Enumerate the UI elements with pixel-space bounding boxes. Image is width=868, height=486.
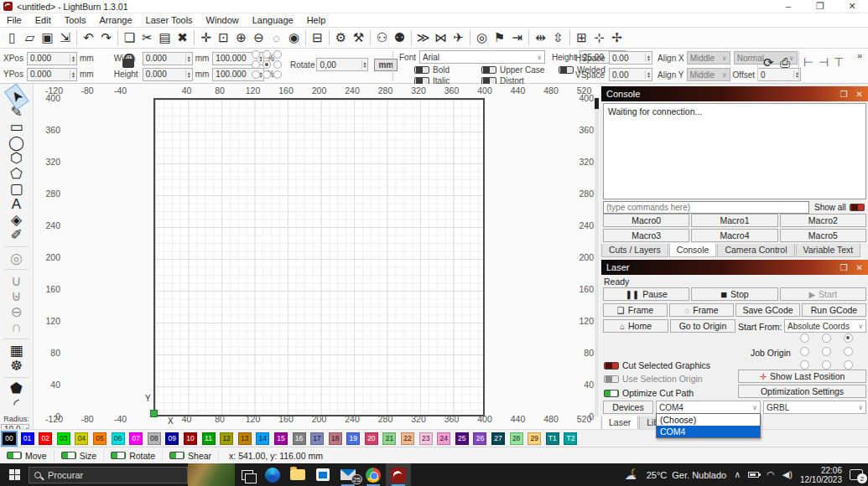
macro-button-1[interactable]: Macro1 xyxy=(691,214,777,227)
tab-variable-text[interactable]: Variable Text xyxy=(796,244,861,257)
volume-icon[interactable]: ◀) xyxy=(782,469,793,480)
palette-swatch-19[interactable]: 19 xyxy=(346,432,360,445)
tab-laser[interactable]: Laser xyxy=(601,416,638,430)
uppercase-toggle[interactable] xyxy=(481,66,496,74)
palette-swatch-20[interactable]: 20 xyxy=(365,432,378,445)
battery-icon[interactable] xyxy=(748,472,759,478)
rotate-toggle[interactable] xyxy=(111,452,126,459)
cut-icon[interactable]: ✂ xyxy=(138,29,156,47)
frame-square-button[interactable]: ❑Frame xyxy=(603,303,668,317)
rotate-field[interactable]: 0,00▲▼ xyxy=(316,58,368,71)
palette-swatch-07[interactable]: 07 xyxy=(129,432,143,445)
macro-button-0[interactable]: Macro0 xyxy=(603,214,689,227)
palette-swatch-05[interactable]: 05 xyxy=(93,432,107,445)
mirror-icon[interactable]: ⋈ xyxy=(432,29,450,47)
palette-swatch-26[interactable]: 26 xyxy=(473,432,486,445)
import-icon[interactable]: ⇲ xyxy=(56,29,74,47)
radius-corner-tool[interactable]: ◜ xyxy=(6,396,28,411)
palette-swatch-01[interactable]: 01 xyxy=(21,432,34,445)
console-command-input[interactable] xyxy=(603,201,809,214)
menu-edit[interactable]: Edit xyxy=(29,15,58,25)
save-gcode-button[interactable]: Save GCode xyxy=(735,303,800,317)
paste-icon[interactable]: ▤ xyxy=(156,29,174,47)
devices-button[interactable]: Devices xyxy=(603,401,653,414)
zoom-out-icon[interactable]: ⊖ xyxy=(250,29,268,47)
alignx-combo[interactable]: Middle∨ xyxy=(687,51,730,65)
store-app[interactable] xyxy=(310,463,335,486)
optimization-settings-button[interactable]: Optimization Settings xyxy=(738,385,866,398)
shear-toggle[interactable] xyxy=(169,452,185,459)
anchor-grid[interactable] xyxy=(252,50,284,80)
tab-cuts-layers[interactable]: Cuts / Layers xyxy=(601,244,668,257)
palette-swatch-02[interactable]: 02 xyxy=(39,432,52,445)
job-origin-grid[interactable] xyxy=(800,333,865,374)
aligny-combo[interactable]: Middle∨ xyxy=(687,68,730,81)
palette-swatch-09[interactable]: 09 xyxy=(165,432,179,445)
start-button[interactable]: ▶Start xyxy=(780,287,866,301)
macro-button-4[interactable]: Macro4 xyxy=(691,229,777,242)
menu-language[interactable]: Language xyxy=(246,15,300,25)
pause-button[interactable]: ❚❚Pause xyxy=(603,287,689,301)
palette-swatch-16[interactable]: 16 xyxy=(293,432,306,445)
frame-selection-icon[interactable]: ◌ xyxy=(268,29,285,47)
undo-icon[interactable]: ↶ xyxy=(80,29,97,47)
explorer-app[interactable] xyxy=(285,463,310,486)
preview-icon[interactable]: ⊟ xyxy=(309,29,326,47)
taskbar-search[interactable]: Procurar xyxy=(29,467,188,483)
settings-gear-icon[interactable]: ⚙ xyxy=(332,29,350,47)
palette-swatch-18[interactable]: 18 xyxy=(329,432,342,445)
move-to-icon[interactable]: ⇥ xyxy=(508,29,526,47)
firmware-combo[interactable]: GRBL∨ xyxy=(763,401,866,414)
mail-app[interactable]: 25 xyxy=(335,463,361,486)
plane-icon[interactable]: ✈ xyxy=(450,29,467,47)
palette-swatch-15[interactable]: 15 xyxy=(274,432,288,445)
optimize-cut-path-toggle[interactable] xyxy=(604,390,619,397)
menu-laser-tools[interactable]: Laser Tools xyxy=(139,15,200,25)
show-all-toggle[interactable] xyxy=(850,204,865,211)
port-option-choose[interactable]: (Choose) xyxy=(657,414,760,426)
palette-swatch-11[interactable]: 11 xyxy=(202,432,216,445)
cut-selected-toggle[interactable] xyxy=(604,362,619,370)
palette-swatch-27[interactable]: 27 xyxy=(491,432,505,445)
tray-chevron-icon[interactable]: ∧ xyxy=(734,469,741,480)
distribute-v-icon[interactable]: ⇳ xyxy=(549,29,567,47)
position-laser-tool[interactable]: ◈ xyxy=(6,212,28,227)
aspect-lock-icon[interactable] xyxy=(122,59,134,68)
edit-nodes-tool[interactable]: ▢ xyxy=(6,181,28,196)
notification-center-icon[interactable]: 2 xyxy=(850,469,863,480)
frame-circle-button[interactable]: ◌Frame xyxy=(669,303,734,317)
palette-swatch-28[interactable]: 28 xyxy=(510,432,523,445)
grid-array-tool[interactable]: ▦ xyxy=(6,343,28,358)
palette-swatch-12[interactable]: 12 xyxy=(220,432,233,445)
zoom-window-icon[interactable]: ⊡ xyxy=(215,29,232,47)
macro-button-3[interactable]: Macro3 xyxy=(603,229,689,242)
tab-console[interactable]: Console xyxy=(669,243,717,257)
distribute-h-icon[interactable]: ⇹ xyxy=(532,29,549,47)
send-icon[interactable]: ≫ xyxy=(414,29,432,47)
laser-close-icon[interactable]: ✕ xyxy=(856,263,863,272)
font-combo[interactable]: Arial∨ xyxy=(419,50,545,64)
wifi-icon[interactable]: ◠ xyxy=(767,469,775,480)
print-icon[interactable]: ⎙ xyxy=(780,55,790,70)
palette-swatch-23[interactable]: 23 xyxy=(419,432,433,445)
macro-button-5[interactable]: Macro5 xyxy=(780,229,866,242)
close-button[interactable]: ✕ xyxy=(836,1,868,12)
set-origin-icon[interactable]: ◎ xyxy=(473,29,491,47)
palette-swatch-14[interactable]: 14 xyxy=(256,432,269,445)
ypos-field[interactable]: 0.000▲▼ xyxy=(27,68,77,81)
user-icon[interactable]: ⚉ xyxy=(391,29,408,47)
palette-swatch-22[interactable]: 22 xyxy=(401,432,414,445)
home-button[interactable]: ⌂Home xyxy=(603,319,668,333)
align-left-icon[interactable]: ⊢ xyxy=(803,55,813,69)
show-last-position-button[interactable]: ✛Show Last Position xyxy=(738,370,866,383)
multi-user-icon[interactable]: ⚇ xyxy=(373,29,391,47)
palette-swatch-13[interactable]: 13 xyxy=(238,432,252,445)
palette-swatch-T1[interactable]: T1 xyxy=(546,432,559,445)
lightburn-app[interactable] xyxy=(386,463,411,486)
palette-swatch-04[interactable]: 04 xyxy=(75,432,88,445)
move-toggle[interactable] xyxy=(7,452,22,459)
work-area[interactable] xyxy=(153,98,485,416)
save-icon[interactable]: ▣ xyxy=(39,29,56,47)
toolbar-overflow[interactable]: » xyxy=(857,50,862,60)
measure-tool[interactable]: ✐ xyxy=(6,228,28,243)
